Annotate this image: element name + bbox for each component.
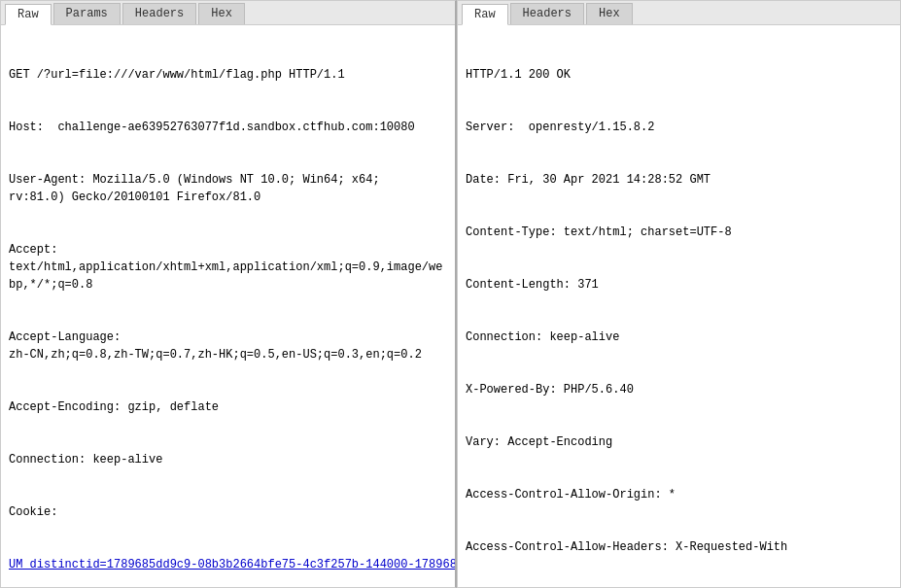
tab-raw-left[interactable]: Raw	[5, 4, 52, 25]
access-headers-line: Access-Control-Allow-Headers: X-Requeste…	[466, 538, 892, 556]
tab-raw-right[interactable]: Raw	[462, 4, 508, 25]
cookie-label-line: Cookie:	[9, 503, 447, 521]
left-content-area: GET /?url=file:///var/www/html/flag.php …	[1, 25, 455, 587]
content-type-line: Content-Type: text/html; charset=UTF-8	[466, 224, 892, 241]
tab-headers-left[interactable]: Headers	[122, 3, 196, 24]
left-tab-bar: Raw Params Headers Hex	[1, 1, 455, 25]
host-line: Host: challenge-ae63952763077f1d.sandbox…	[9, 119, 447, 136]
tab-hex-left[interactable]: Hex	[198, 3, 245, 24]
request-line: GET /?url=file:///var/www/html/flag.php …	[9, 66, 447, 84]
user-agent-line: User-Agent: Mozilla/5.0 (Windows NT 10.0…	[9, 171, 447, 206]
date-line: Date: Fri, 30 Apr 2021 14:28:52 GMT	[466, 171, 892, 189]
server-line: Server: openresty/1.15.8.2	[466, 119, 892, 136]
accept-line: Accept: text/html,application/xhtml+xml,…	[9, 241, 447, 294]
cookie-value-line: UM_distinctid=1789685dd9c9-08b3b2664bfe7…	[9, 556, 447, 573]
x-powered-line: X-Powered-By: PHP/5.6.40	[466, 381, 892, 398]
right-panel: Raw Headers Hex HTTP/1.1 200 OK Server: …	[457, 0, 901, 588]
left-panel: Raw Params Headers Hex GET /?url=file://…	[0, 0, 457, 588]
tab-headers-right[interactable]: Headers	[510, 3, 584, 24]
accept-encoding-line: Accept-Encoding: gzip, deflate	[9, 398, 447, 416]
tab-params[interactable]: Params	[53, 3, 121, 24]
vary-line: Vary: Accept-Encoding	[466, 433, 892, 451]
connection-line-right: Connection: keep-alive	[466, 329, 892, 346]
content-length-line: Content-Length: 371	[466, 276, 892, 294]
accept-language-line: Accept-Language: zh-CN,zh;q=0.8,zh-TW;q=…	[9, 329, 447, 363]
access-origin-line: Access-Control-Allow-Origin: *	[466, 486, 892, 503]
right-tab-bar: Raw Headers Hex	[458, 1, 900, 25]
right-content-area: HTTP/1.1 200 OK Server: openresty/1.15.8…	[458, 25, 900, 587]
connection-line-left: Connection: keep-alive	[9, 451, 447, 468]
status-line: HTTP/1.1 200 OK	[466, 66, 892, 84]
tab-hex-right[interactable]: Hex	[586, 3, 633, 24]
